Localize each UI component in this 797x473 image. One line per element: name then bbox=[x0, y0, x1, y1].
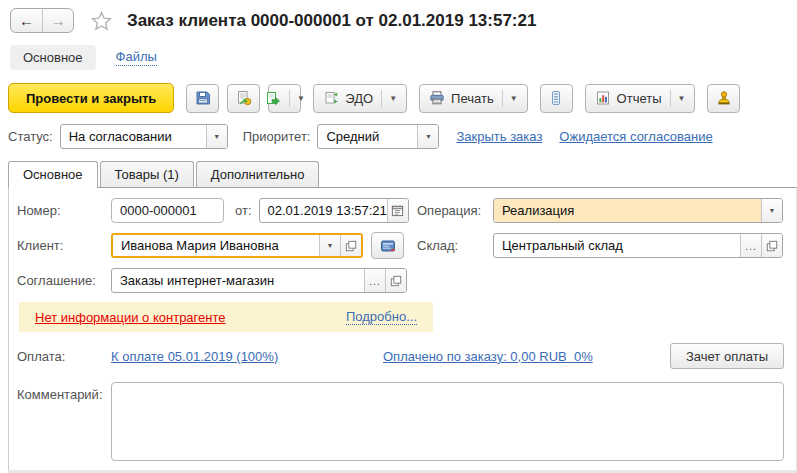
client-card-button[interactable] bbox=[371, 232, 404, 259]
row-number-date-operation: Номер: 0000-000001 от: 02.01.2019 13:57:… bbox=[17, 198, 788, 223]
close-order-link[interactable]: Закрыть заказ bbox=[456, 129, 542, 144]
row-client-warehouse: Клиент: Иванова Мария Ивановна ▼ Склад: … bbox=[17, 232, 788, 259]
forward-arrow-icon: → bbox=[51, 12, 66, 29]
operation-label: Операция: bbox=[417, 203, 493, 218]
forward-button[interactable]: → bbox=[42, 9, 73, 32]
number-value: 0000-000001 bbox=[120, 203, 197, 218]
structure-icon bbox=[548, 90, 564, 106]
status-select[interactable]: На согласовании ▼ bbox=[60, 124, 228, 149]
comment-textarea[interactable] bbox=[111, 382, 784, 461]
payment-due-link[interactable]: К оплате 05.01.2019 (100%) bbox=[111, 349, 278, 364]
header: ← → Заказ клиента 0000-000001 от 02.01.2… bbox=[0, 0, 797, 33]
agreement-value: Заказы интернет-магазин bbox=[112, 269, 364, 292]
main-tab-panel: Номер: 0000-000001 от: 02.01.2019 13:57:… bbox=[8, 187, 797, 470]
priority-label: Приоритет: bbox=[243, 129, 311, 144]
edo-icon bbox=[323, 90, 339, 106]
tab-main[interactable]: Основное bbox=[8, 161, 98, 187]
tab-goods[interactable]: Товары (1) bbox=[100, 161, 194, 187]
client-input[interactable]: Иванова Мария Ивановна ▼ bbox=[111, 233, 363, 258]
post-and-close-button[interactable]: Провести и закрыть bbox=[8, 83, 174, 113]
print-button[interactable]: Печать ▼ bbox=[419, 84, 528, 113]
chevron-down-icon: ▼ bbox=[670, 90, 686, 107]
row-agreement: Соглашение: Заказы интернет-магазин ... bbox=[17, 268, 788, 293]
chevron-down-icon[interactable]: ▼ bbox=[417, 125, 438, 148]
edo-button[interactable]: ЭДО ▼ bbox=[313, 84, 407, 113]
chevron-down-icon: ▼ bbox=[381, 90, 397, 107]
open-icon[interactable] bbox=[761, 234, 782, 257]
page-title: Заказ клиента 0000-000001 от 02.01.2019 … bbox=[127, 11, 536, 31]
chevron-down-icon[interactable]: ▼ bbox=[319, 235, 340, 256]
reports-button-label: Отчеты bbox=[617, 91, 662, 106]
tab-additional[interactable]: Дополнительно bbox=[196, 161, 320, 187]
counterparty-warning-banner: Нет информации о контрагенте Подробно... bbox=[19, 302, 433, 332]
print-button-label: Печать bbox=[451, 91, 494, 106]
edo-button-label: ЭДО bbox=[345, 91, 373, 106]
history-nav: ← → bbox=[10, 8, 74, 33]
back-button[interactable]: ← bbox=[11, 9, 42, 32]
reports-icon bbox=[595, 90, 611, 106]
save-button[interactable] bbox=[186, 84, 219, 113]
back-arrow-icon: ← bbox=[19, 12, 34, 29]
print-icon bbox=[429, 90, 445, 106]
save-icon bbox=[195, 90, 211, 106]
ellipsis-icon[interactable]: ... bbox=[740, 234, 761, 257]
number-label: Номер: bbox=[17, 203, 111, 218]
chevron-down-icon[interactable]: ▼ bbox=[761, 199, 782, 222]
create-based-on-icon bbox=[265, 90, 281, 106]
agreement-label: Соглашение: bbox=[17, 273, 111, 288]
warehouse-label: Склад: bbox=[417, 238, 493, 253]
details-link[interactable]: Подробно... bbox=[346, 309, 417, 325]
order-window: ← → Заказ клиента 0000-000001 от 02.01.2… bbox=[0, 0, 797, 473]
agreement-input[interactable]: Заказы интернет-магазин ... bbox=[111, 268, 407, 293]
structure-button[interactable] bbox=[540, 84, 573, 113]
status-value: На согласовании bbox=[61, 125, 206, 148]
post-button[interactable] bbox=[227, 84, 260, 113]
row-payment: Оплата: К оплате 05.01.2019 (100%) Оплач… bbox=[17, 343, 788, 369]
ellipsis-icon[interactable]: ... bbox=[364, 269, 385, 292]
comment-label: Комментарий: bbox=[17, 382, 111, 402]
create-based-on-button[interactable]: ▼ bbox=[268, 84, 301, 113]
warehouse-value: Центральный склад bbox=[494, 234, 740, 257]
number-input[interactable]: 0000-000001 bbox=[111, 198, 224, 223]
tab-bar: Основное Товары (1) Дополнительно bbox=[8, 161, 797, 187]
date-label: от: bbox=[235, 203, 252, 218]
post-document-icon bbox=[236, 90, 252, 106]
operation-select[interactable]: Реализация ▼ bbox=[493, 198, 783, 223]
stamp-icon bbox=[716, 90, 732, 106]
open-icon[interactable] bbox=[340, 235, 361, 256]
status-label: Статус: bbox=[8, 129, 53, 144]
stamp-button[interactable] bbox=[707, 84, 740, 113]
section-nav: Основное Файлы bbox=[10, 45, 797, 70]
row-comment: Комментарий: bbox=[17, 382, 788, 461]
client-label: Клиент: bbox=[17, 238, 111, 253]
priority-select[interactable]: Средний ▼ bbox=[317, 124, 439, 149]
counterparty-warning-link[interactable]: Нет информации о контрагенте bbox=[35, 310, 226, 325]
warehouse-input[interactable]: Центральный склад ... bbox=[493, 233, 783, 258]
section-main[interactable]: Основное bbox=[10, 45, 96, 70]
paid-amount-link[interactable]: Оплачено по заказу: 0,00 RUB 0% bbox=[383, 349, 593, 364]
date-input[interactable]: 02.01.2019 13:57:21 bbox=[259, 198, 409, 223]
favorite-star-icon[interactable] bbox=[91, 11, 112, 31]
reports-button[interactable]: Отчеты ▼ bbox=[585, 84, 696, 113]
payment-offset-button[interactable]: Зачет оплаты bbox=[670, 343, 784, 369]
toolbar: Провести и закрыть ▼ ЭДО ▼ Печать ▼ Отче… bbox=[8, 83, 797, 113]
open-icon[interactable] bbox=[385, 269, 406, 292]
client-card-icon bbox=[380, 238, 396, 254]
priority-value: Средний bbox=[318, 125, 417, 148]
chevron-down-icon: ▼ bbox=[289, 90, 305, 107]
operation-value: Реализация bbox=[494, 199, 761, 222]
approval-status-link[interactable]: Ожидается согласование bbox=[559, 129, 712, 144]
calendar-icon[interactable] bbox=[387, 199, 408, 222]
chevron-down-icon[interactable]: ▼ bbox=[206, 125, 227, 148]
status-row: Статус: На согласовании ▼ Приоритет: Сре… bbox=[8, 124, 797, 149]
date-value: 02.01.2019 13:57:21 bbox=[260, 199, 387, 222]
payment-label: Оплата: bbox=[17, 349, 111, 364]
chevron-down-icon: ▼ bbox=[502, 90, 518, 107]
section-files[interactable]: Файлы bbox=[116, 49, 157, 66]
client-value: Иванова Мария Ивановна bbox=[113, 235, 319, 256]
